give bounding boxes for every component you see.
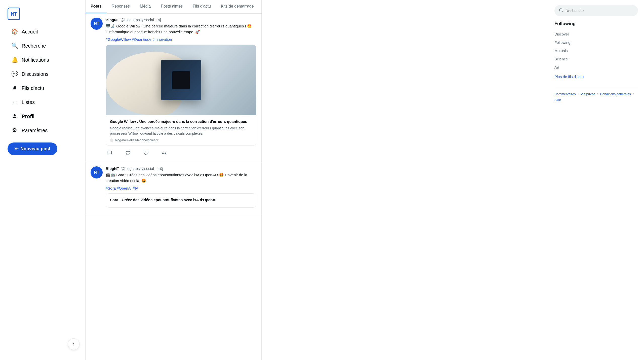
sidebar-item-discussions[interactable]: 💬 Discussions <box>8 67 78 81</box>
chat-icon: 💬 <box>11 70 18 78</box>
search-input[interactable] <box>566 9 633 13</box>
search-icon <box>559 8 563 13</box>
post-2: NT BlogNT @blognt.bsky.social · 10j 🎬🤖 S… <box>86 162 261 215</box>
sidebar-item-accueil[interactable]: 🏠 Accueil <box>8 25 78 38</box>
more-button-1[interactable]: ••• <box>160 149 168 158</box>
footer-aide[interactable]: Aide <box>554 98 561 102</box>
source-url-1: blog-nouvelles-technologies.fr <box>115 138 158 142</box>
sidebar-label-discussions: Discussions <box>22 71 49 77</box>
post-dot-2: · <box>155 166 156 171</box>
sidebar: NT 🏠 Accueil 🔍 Recherche 🔔 Notifications… <box>0 0 86 360</box>
following-item-mutuals[interactable]: Mutuals <box>554 47 638 55</box>
post-card-title-2: Sora : Créez des vidéos époustouflantes … <box>110 197 252 202</box>
more-feeds-link[interactable]: Plus de fils d'actu <box>554 73 638 81</box>
sidebar-label-listes: Listes <box>22 99 35 105</box>
source-favicon-1 <box>110 138 113 142</box>
post-header-2: BlogNT @blognt.bsky.social · 10j <box>106 166 256 171</box>
avatar-post1[interactable]: NT <box>91 18 103 30</box>
new-post-button[interactable]: ✏ Nouveau post <box>8 142 57 155</box>
heart-icon-1 <box>143 150 148 157</box>
comment-button-1[interactable] <box>106 149 114 158</box>
search-box[interactable] <box>554 5 638 16</box>
comment-icon-1 <box>107 150 112 157</box>
search-nav-icon: 🔍 <box>11 42 18 49</box>
post-text-1: 🖥️🔬 Google Willow : Une percée majeure d… <box>106 23 256 35</box>
sidebar-item-profil[interactable]: Profil <box>8 110 78 123</box>
sidebar-item-parametres[interactable]: ⚙ Paramètres <box>8 124 78 137</box>
sidebar-item-recherche[interactable]: 🔍 Recherche <box>8 39 78 52</box>
scroll-up-button[interactable]: ↑ <box>68 338 79 350</box>
following-title: Following <box>554 21 638 26</box>
sidebar-item-fils-actu[interactable]: # Fils d'actu <box>8 82 78 95</box>
logo-mark[interactable]: NT <box>8 8 20 20</box>
post-card-image-1 <box>106 45 256 115</box>
post-card-title-1: Google Willow : Une percée majeure dans … <box>110 119 252 124</box>
more-icon-1: ••• <box>162 151 166 156</box>
gear-icon: ⚙ <box>11 127 18 134</box>
post-header-1: BlogNT @blognt.bsky.social · 9j <box>106 18 256 22</box>
sidebar-label-profil: Profil <box>22 114 34 119</box>
profile-icon <box>11 113 18 120</box>
post-handle-1: @blognt.bsky.social <box>120 18 154 22</box>
footer-conditions[interactable]: Conditions générales <box>600 92 631 96</box>
footer-links: Commentaires • Vie privée • Conditions g… <box>554 91 638 103</box>
svg-point-0 <box>14 114 16 116</box>
avatar-post2[interactable]: NT <box>91 166 103 178</box>
sidebar-label-accueil: Accueil <box>22 29 38 35</box>
following-item-discover[interactable]: Discover <box>554 30 638 38</box>
tab-fils-actu[interactable]: Fils d'actu <box>188 0 216 13</box>
sidebar-item-notifications[interactable]: 🔔 Notifications <box>8 53 78 66</box>
post-dot-1: · <box>155 18 156 22</box>
edit-icon: ✏ <box>15 146 18 152</box>
post-author-1: BlogNT <box>106 18 119 22</box>
main-feed: Posts Réponses Média Posts aimés Fils d'… <box>86 0 262 360</box>
post-actions-1: ••• <box>106 149 256 158</box>
following-section: Following Discover Following Mutuals Sci… <box>554 21 638 81</box>
sidebar-label-notifications: Notifications <box>22 57 49 63</box>
following-item-art[interactable]: Art <box>554 63 638 71</box>
tabs-bar: Posts Réponses Média Posts aimés Fils d'… <box>86 0 261 14</box>
bell-icon: 🔔 <box>11 56 18 63</box>
post-card-body-2: Sora : Créez des vidéos époustouflantes … <box>106 194 256 207</box>
post-card-1[interactable]: Google Willow : Une percée majeure dans … <box>106 45 256 146</box>
following-item-following[interactable]: Following <box>554 38 638 47</box>
post-time-2: 10j <box>158 166 163 171</box>
tab-posts-aimes[interactable]: Posts aimés <box>156 0 188 13</box>
post-handle-2: @blognt.bsky.social <box>120 166 154 171</box>
sidebar-label-recherche: Recherche <box>22 43 46 49</box>
like-button-1[interactable] <box>142 149 150 158</box>
post-hashtags-1[interactable]: #GoogleWillow #Quantique #Innovation <box>106 37 256 42</box>
right-sidebar: Following Discover Following Mutuals Sci… <box>548 0 644 360</box>
divider <box>554 87 638 87</box>
tab-kits[interactable]: Kits de démarrage <box>216 0 259 13</box>
footer-sep-1: • <box>578 92 579 96</box>
list-icon: ≔ <box>11 99 18 106</box>
repost-button-1[interactable] <box>124 149 132 158</box>
chevron-up-icon: ↑ <box>72 341 75 347</box>
footer-sep-2: • <box>597 92 598 96</box>
post-content-1: BlogNT @blognt.bsky.social · 9j 🖥️🔬 Goog… <box>106 18 256 158</box>
post-hashtags-2[interactable]: #Sora #OpenAI #IA <box>106 186 256 190</box>
svg-line-2 <box>562 11 562 12</box>
sidebar-label-parametres: Paramètres <box>22 128 48 133</box>
hashtag-icon: # <box>11 85 18 92</box>
repost-icon-1 <box>125 150 130 157</box>
post-text-2: 🎬🤖 Sora : Créez des vidéos époustouflant… <box>106 172 256 184</box>
post-card-2[interactable]: Sora : Créez des vidéos époustouflantes … <box>106 193 256 208</box>
tab-posts[interactable]: Posts <box>86 0 107 13</box>
footer-commentaires[interactable]: Commentaires <box>554 92 576 96</box>
footer-vie-privee[interactable]: Vie privée <box>581 92 595 96</box>
new-post-label: Nouveau post <box>20 146 50 152</box>
home-icon: 🏠 <box>11 28 18 35</box>
footer-sep-3: • <box>633 92 634 96</box>
following-item-science[interactable]: Science <box>554 55 638 63</box>
post-content-2: BlogNT @blognt.bsky.social · 10j 🎬🤖 Sora… <box>106 166 256 211</box>
logo: NT <box>8 8 78 20</box>
post-card-desc-1: Google réalise une avancée majeure dans … <box>110 126 252 136</box>
sidebar-item-listes[interactable]: ≔ Listes <box>8 96 78 109</box>
post-time-1: 9j <box>158 18 161 22</box>
tab-media[interactable]: Média <box>135 0 156 13</box>
tab-reponses[interactable]: Réponses <box>107 0 135 13</box>
svg-point-1 <box>559 9 562 11</box>
sidebar-label-fils-actu: Fils d'actu <box>22 85 44 91</box>
